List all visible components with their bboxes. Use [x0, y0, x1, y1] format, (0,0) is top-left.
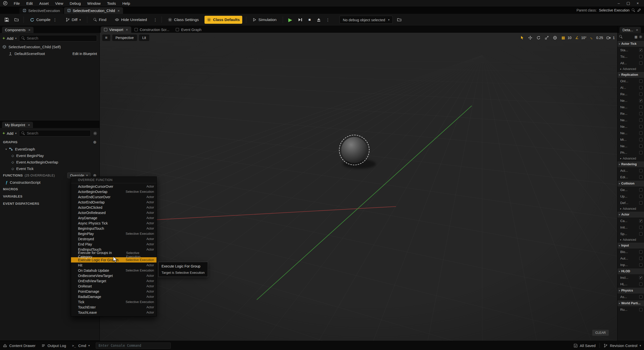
asset-tab[interactable]: SelectiveExecution_Child ×	[64, 7, 123, 14]
eject-button[interactable]	[316, 18, 322, 22]
chevron-down-icon[interactable]: ▾	[6, 148, 7, 150]
details-row[interactable]: Re...	[618, 110, 644, 117]
components-search[interactable]	[19, 35, 97, 42]
details-section-header[interactable]: ▾ Rendering	[618, 161, 644, 167]
viewport-canvas[interactable]: ≡ Perspective Lit	[100, 33, 617, 341]
checkbox[interactable]	[639, 250, 642, 254]
scale-snap-icon[interactable]: ↔	[589, 35, 595, 40]
content-drawer-button[interactable]: Content Drawer	[3, 344, 36, 348]
details-row[interactable]: Ph...	[618, 149, 644, 156]
details-row[interactable]: Blo...	[618, 248, 644, 255]
viewport-tab[interactable]: Construction Scr... ×	[131, 26, 172, 33]
checkbox[interactable]	[639, 295, 642, 298]
details-row[interactable]: Ne...	[618, 123, 644, 130]
checkbox[interactable]	[639, 263, 642, 266]
menu-item[interactable]: ActorOnClicked Actor	[71, 205, 156, 210]
details-row[interactable]: Ne...	[618, 104, 644, 110]
menu-item[interactable]: Window	[84, 1, 104, 6]
play-button[interactable]: ▶	[287, 17, 294, 23]
checkbox[interactable]	[639, 106, 642, 109]
details-row[interactable]: Sta...	[618, 47, 644, 53]
details-row[interactable]: Act...	[618, 167, 644, 174]
stop-button[interactable]: ■	[307, 18, 312, 22]
checkbox[interactable]	[639, 118, 642, 122]
asset-tab[interactable]: SelectiveExecution ×	[20, 7, 63, 14]
frame-skip-button[interactable]	[297, 18, 304, 21]
search-icon[interactable]	[632, 8, 635, 12]
add-graph-icon[interactable]: ⊕	[93, 140, 96, 144]
details-row[interactable]: Inp...	[618, 262, 644, 268]
menu-item[interactable]: ActorEndOverlap Actor	[71, 200, 156, 205]
details-section-header[interactable]: ▾ World Parti...	[618, 300, 644, 306]
graphs-section-header[interactable]: GRAPHS ⊕	[0, 138, 100, 146]
add-blueprint-item-button[interactable]: + Add ▾	[2, 131, 16, 136]
checkbox[interactable]	[639, 195, 642, 198]
menu-item[interactable]: ActorBeginCursorOver Actor	[71, 184, 156, 189]
scale-snap-value[interactable]: 0.25	[596, 36, 603, 40]
menu-item[interactable]: BeginPlay Selective Execution	[71, 231, 156, 236]
details-advanced-toggle[interactable]: ▸ Advanced	[618, 206, 644, 211]
event-row[interactable]: ◇ Event ActorBeginOverlap	[0, 159, 100, 165]
checkbox[interactable]	[639, 308, 642, 311]
camera-speed-icon[interactable]	[606, 35, 611, 40]
menu-item[interactable]: TouchEnter Actor	[71, 304, 156, 310]
details-row[interactable]: Aut...	[618, 255, 644, 262]
menu-item[interactable]: Hit Actor	[71, 262, 156, 268]
viewport-tab[interactable]: Event Graph ×	[172, 26, 204, 33]
find-button[interactable]: Find	[91, 16, 109, 24]
class-settings-button[interactable]: Class Settings	[166, 16, 201, 24]
details-row[interactable]: Mi...	[618, 136, 644, 143]
details-row[interactable]: Re...	[618, 91, 644, 97]
details-advanced-toggle[interactable]: ▸ Advanced	[618, 156, 644, 161]
scale-tool-icon[interactable]	[544, 35, 550, 40]
details-advanced-toggle[interactable]: ▸ Advanced	[618, 237, 644, 242]
component-row-sceneroot[interactable]: DefaultSceneRoot Edit in Blueprint	[0, 50, 100, 57]
details-advanced-toggle[interactable]: ▸ Advanced	[618, 66, 644, 72]
details-row[interactable]: Tic...	[618, 53, 644, 60]
menu-item[interactable]: ActorBeginOverlap Selective Execution	[71, 189, 156, 194]
details-row[interactable]: All...	[618, 60, 644, 66]
details-row[interactable]: Ge...	[618, 186, 644, 193]
menu-item[interactable]: OnBecomeViewTarget Actor	[71, 273, 156, 278]
viewport-menu-icon[interactable]: ≡	[102, 34, 110, 41]
checkbox[interactable]	[639, 226, 642, 229]
display-filter-icon[interactable]: ▦	[634, 35, 638, 39]
details-section-header[interactable]: ▾ Actor Tick	[618, 40, 644, 47]
grid-snap-value[interactable]: 10	[568, 36, 572, 40]
menu-item[interactable]: End Play Actor	[71, 242, 156, 247]
edit-icon[interactable]	[637, 8, 641, 12]
checkbox[interactable]	[639, 282, 642, 286]
checkbox[interactable]	[639, 132, 642, 135]
checkbox[interactable]	[639, 144, 642, 148]
details-row[interactable]: Ca...	[618, 218, 644, 224]
close-icon[interactable]: ×	[28, 123, 30, 127]
details-section-header[interactable]: ▾ HLOD	[618, 268, 644, 274]
checkbox[interactable]	[639, 176, 642, 179]
debug-object-select[interactable]: No debug object selected ▾	[340, 16, 393, 24]
my-blueprint-search-input[interactable]	[27, 131, 88, 135]
diff-button[interactable]: Diff ▾	[63, 16, 84, 24]
checkbox[interactable]	[639, 62, 642, 65]
save-icon[interactable]	[4, 16, 10, 23]
checkbox[interactable]	[639, 86, 642, 89]
event-graph-row[interactable]: ▾ EventGraph	[0, 146, 100, 152]
checkbox[interactable]	[639, 112, 642, 115]
details-row[interactable]: Ne...	[618, 117, 644, 123]
menu-item[interactable]: Tick Selective Execution	[71, 299, 156, 304]
details-row[interactable]: Up...	[618, 193, 644, 200]
checkbox[interactable]	[639, 99, 642, 102]
details-section-header[interactable]: ▾ Replication	[618, 72, 644, 78]
move-tool-icon[interactable]	[528, 35, 533, 40]
close-icon[interactable]: ×	[634, 1, 642, 6]
checkbox[interactable]	[639, 257, 642, 260]
menu-item[interactable]: ActorEndCursorOver Actor	[71, 194, 156, 200]
menu-item[interactable]: TouchLeave Actor	[71, 310, 156, 315]
details-row[interactable]: Edi...	[618, 174, 644, 180]
menu-item[interactable]: AnyDamage Actor	[71, 215, 156, 220]
event-row[interactable]: ◇ Event Tick	[0, 165, 100, 172]
rotate-tool-icon[interactable]	[536, 35, 541, 40]
class-defaults-button[interactable]: Class Defaults	[204, 16, 242, 24]
details-section-header[interactable]: ▾ Physics	[618, 287, 644, 294]
lit-mode-button[interactable]: Lit	[139, 34, 149, 41]
components-search-input[interactable]	[27, 36, 94, 40]
